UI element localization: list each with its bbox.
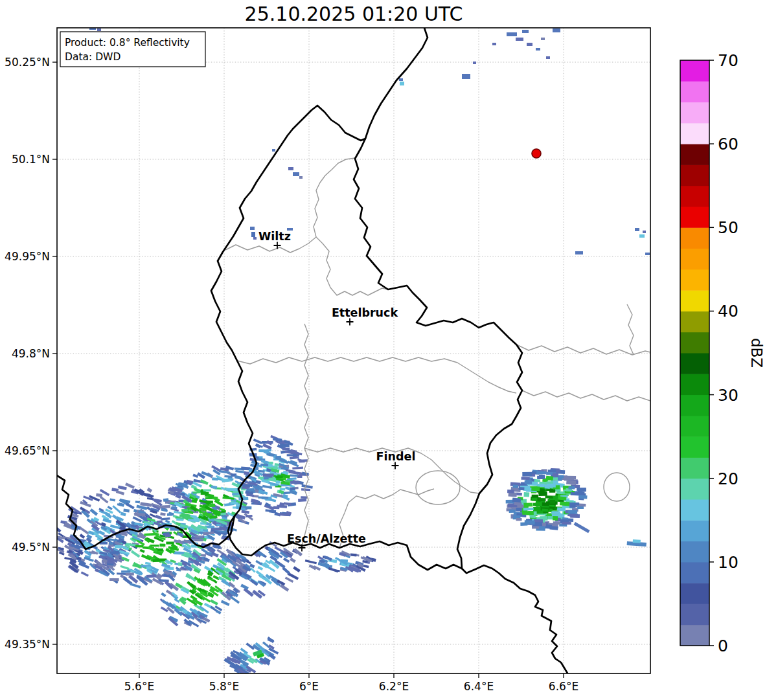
- district-border: [237, 357, 516, 393]
- radar-echo-bin: [516, 493, 522, 496]
- radar-echo-bin: [172, 520, 177, 525]
- city-label: Ettelbruck: [332, 306, 398, 319]
- colorbar-tick-label: 60: [718, 135, 738, 153]
- colorbar-segment: [680, 102, 709, 124]
- radar-echo-speck: [635, 228, 639, 231]
- y-axis-tick-label: 49.5°N: [12, 541, 50, 554]
- radar-echo-bin: [523, 512, 529, 514]
- radar-echo-bin: [287, 454, 297, 456]
- radar-echo-bin: [146, 574, 157, 578]
- radar-echo-bin: [539, 474, 545, 478]
- y-axis-tick-label: 50.25°N: [5, 56, 50, 69]
- radar-echo-speck: [272, 149, 275, 152]
- radar-echo-bin: [262, 642, 270, 649]
- axis-ticks-and-labels: 5.6°E5.8°E6°E6.2°E6.4°E6.6°E50.25°N50.1°…: [5, 56, 578, 693]
- radar-echo-bin: [328, 567, 339, 573]
- info-box-data-source: Data: DWD: [65, 51, 120, 63]
- radar-echo-bin: [536, 471, 546, 474]
- radar-echo-bin: [521, 477, 530, 480]
- colorbar-segment: [680, 249, 709, 270]
- radar-echo-bin: [81, 571, 89, 577]
- radar-echo-bin: [279, 490, 284, 494]
- radar-echo-bin: [305, 559, 317, 564]
- radar-echo-bin: [269, 510, 276, 514]
- radar-echo-bin: [152, 559, 158, 562]
- colorbar-segment: [680, 416, 709, 437]
- colorbar-segment: [680, 374, 709, 395]
- plot-title: 25.10.2025 01:20 UTC: [245, 3, 463, 25]
- radar-echo-bin: [221, 600, 230, 606]
- radar-echo-bin: [115, 545, 122, 548]
- radar-echo-speck: [288, 167, 293, 170]
- radar-echo-bin: [553, 473, 558, 477]
- colorbar-segment: [680, 353, 709, 374]
- radar-echo-bin: [212, 579, 218, 583]
- radar-echo-bin: [79, 526, 89, 534]
- radar-echo-bin: [150, 545, 159, 547]
- radar-echo-bin: [282, 567, 290, 574]
- radar-echo-bin: [553, 521, 560, 525]
- y-axis-tick-label: 49.95°N: [5, 250, 50, 263]
- info-box-product: Product: 0.8° Reflectivity: [65, 37, 190, 49]
- radar-echo-bin: [126, 502, 135, 509]
- radar-echo-speck: [299, 176, 303, 179]
- colorbar-segment: [680, 144, 709, 165]
- radar-echo-bin: [562, 522, 571, 525]
- radar-echo-bin: [194, 539, 203, 541]
- radar-echo-bin: [514, 502, 520, 506]
- radar-echo-bin: [283, 558, 290, 563]
- radar-echo-bin: [532, 495, 538, 498]
- radar-echo-bin: [578, 495, 588, 499]
- radar-echo-speck: [522, 30, 529, 33]
- radar-echo-bin: [176, 518, 183, 521]
- radar-echo-bin: [537, 484, 545, 487]
- radar-echo-speck: [553, 28, 560, 32]
- radar-echo-bin: [145, 562, 151, 565]
- radar-echo-bin: [516, 508, 522, 512]
- radar-echo-bin: [535, 502, 542, 506]
- radar-echo-bin: [109, 499, 115, 502]
- radar-echo-bin: [258, 449, 268, 453]
- colorbar-unit-label: dBZ: [748, 338, 765, 368]
- colorbar-segment: [680, 311, 709, 332]
- radar-echo-bin: [552, 511, 560, 514]
- colorbar-segment: [680, 332, 709, 354]
- radar-echo-bin: [203, 490, 211, 491]
- x-axis-tick-label: 5.6°E: [124, 680, 154, 693]
- radar-dashboard: { "title": "25.10.2025 01:20 UTC", "info…: [0, 0, 767, 700]
- radar-echo-bin: [292, 467, 303, 469]
- radar-echo-speck: [462, 74, 470, 79]
- belgium-germany-border: [365, 28, 428, 139]
- radar-echo-bin: [525, 520, 535, 525]
- radar-echo-bin: [205, 501, 213, 504]
- radar-echo-bin: [533, 507, 541, 511]
- radar-echo-bin: [134, 513, 145, 516]
- radar-echo-bin: [301, 484, 313, 489]
- radar-echo-speck: [399, 78, 403, 81]
- radar-echo-bin: [231, 502, 238, 505]
- radar-echo-bin: [566, 480, 577, 485]
- info-box: Product: 0.8° Reflectivity Data: DWD: [60, 32, 205, 67]
- colorbar-segment: [680, 186, 709, 207]
- radar-echo-bin: [167, 513, 173, 515]
- radar-echo-bin: [280, 444, 290, 447]
- radar-echo-bin: [235, 475, 241, 480]
- radar-echo-bin: [567, 510, 577, 514]
- radar-echo-bin: [166, 541, 174, 544]
- radar-echo-bin: [242, 486, 249, 488]
- radar-echo-speck: [293, 172, 299, 176]
- y-axis-tick-label: 49.8°N: [12, 347, 50, 360]
- colorbar-segment: [680, 227, 709, 249]
- radar-echo-speck: [400, 82, 404, 85]
- radar-echoes: [54, 26, 650, 675]
- city-label: Findel: [376, 450, 416, 463]
- radar-echo-bin: [529, 515, 535, 518]
- radar-echo-bin: [192, 491, 200, 493]
- radar-echo-bin: [160, 512, 166, 515]
- colorbar-segment: [680, 499, 709, 521]
- radar-echo-bin: [140, 549, 145, 553]
- radar-echo-bin: [280, 488, 286, 490]
- city-label: Wiltz: [258, 230, 291, 243]
- radar-echo-speck: [516, 38, 523, 41]
- radar-echo-bin: [522, 472, 532, 477]
